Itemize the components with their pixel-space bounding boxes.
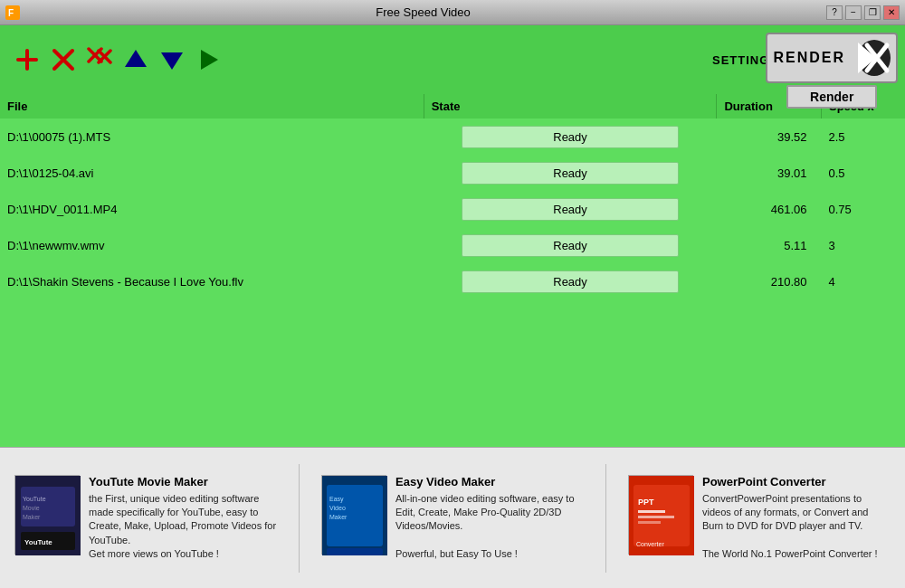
table-row[interactable]: D:\1\newwmv.wmvReady5.113 [0, 227, 905, 263]
col-header-state: State [424, 94, 717, 119]
cell-file: D:\1\newwmv.wmv [0, 227, 424, 263]
cell-duration: 461.06 [717, 191, 822, 227]
promo-text-easy: Easy Video Maker All-in-one video editin… [395, 475, 584, 562]
svg-marker-10 [125, 50, 147, 67]
table-row[interactable]: D:\1\0125-04.aviReady39.010.5 [0, 155, 905, 191]
cell-speed: 2.5 [821, 119, 905, 155]
minimize-button[interactable]: − [845, 5, 862, 20]
svg-text:YouTute: YouTute [23, 496, 46, 502]
cell-file: D:\1\Shakin Stevens - Because I Love You… [0, 263, 424, 299]
svg-text:Maker: Maker [329, 514, 348, 520]
svg-marker-11 [161, 52, 183, 70]
cell-state: Ready [424, 155, 717, 191]
clear-button[interactable] [83, 43, 116, 76]
toolbar: SETTINGS RENDER Render [0, 25, 905, 94]
app-icon: F [5, 5, 20, 20]
remove-button[interactable] [47, 43, 80, 76]
promo-desc-easy: All-in-one video editing software, easy … [395, 492, 584, 562]
window-title: Free Speed Video [20, 5, 826, 19]
state-badge: Ready [462, 126, 679, 148]
move-down-button[interactable] [156, 43, 188, 76]
promo-item-ppt: PPT Converter PowerPoint Converter Conve… [628, 475, 891, 562]
cell-state: Ready [424, 263, 717, 299]
close-button[interactable]: ✕ [883, 5, 900, 20]
cell-file: D:\1\HDV_0011.MP4 [0, 191, 424, 227]
promo-divider-1 [299, 464, 300, 573]
svg-text:Converter: Converter [636, 541, 664, 547]
add-button[interactable] [11, 43, 43, 76]
cell-speed: 4 [821, 263, 905, 299]
promo-panel: YouTute Movie Maker YouTute YouTute Movi… [0, 447, 905, 588]
promo-thumb-youtube: YouTute Movie Maker YouTute [14, 475, 80, 555]
promo-item-youtube: YouTute Movie Maker YouTute YouTute Movi… [14, 475, 277, 562]
move-up-button[interactable] [119, 43, 152, 76]
state-badge: Ready [462, 198, 679, 221]
render-logo-icon [847, 38, 891, 78]
cell-file: D:\1\0125-04.avi [0, 155, 424, 191]
svg-text:Maker: Maker [23, 514, 41, 520]
svg-text:F: F [8, 8, 14, 18]
file-table: File State Duration Speed x D:\1\00075 (… [0, 94, 905, 299]
promo-desc-youtube: the First, unique video editing software… [89, 492, 277, 562]
svg-text:YouTute: YouTute [24, 538, 52, 546]
render-button[interactable]: Render [786, 85, 877, 109]
cell-file: D:\1\00075 (1).MTS [0, 119, 424, 155]
promo-divider-2 [605, 464, 606, 573]
state-badge: Ready [462, 234, 679, 257]
cell-state: Ready [424, 227, 717, 263]
svg-text:Video: Video [329, 505, 346, 511]
svg-marker-12 [201, 50, 218, 70]
title-bar: F Free Speed Video ? − ❐ ✕ [0, 0, 905, 25]
table-row[interactable]: D:\1\HDV_0011.MP4Ready461.060.75 [0, 191, 905, 227]
window-controls: ? − ❐ ✕ [826, 5, 900, 20]
promo-title-youtube: YouTute Movie Maker [89, 475, 277, 488]
svg-text:Movie: Movie [23, 505, 40, 511]
cell-speed: 3 [821, 227, 905, 263]
svg-rect-35 [638, 521, 661, 524]
svg-rect-33 [638, 510, 665, 513]
svg-rect-34 [638, 516, 674, 518]
promo-desc-ppt: ConvertPowerPoint presentations to video… [702, 492, 891, 562]
cell-speed: 0.75 [821, 191, 905, 227]
svg-text:Easy: Easy [329, 496, 344, 503]
promo-title-ppt: PowerPoint Converter [702, 475, 891, 488]
state-badge: Ready [462, 162, 679, 185]
help-button[interactable]: ? [826, 5, 843, 20]
cell-state: Ready [424, 191, 717, 227]
cell-duration: 210.80 [717, 263, 822, 299]
promo-text-youtube: YouTute Movie Maker the First, unique vi… [89, 475, 277, 562]
cell-speed: 0.5 [821, 155, 905, 191]
table-row[interactable]: D:\1\Shakin Stevens - Because I Love You… [0, 263, 905, 299]
play-button[interactable] [192, 43, 224, 76]
col-header-file: File [0, 94, 424, 119]
promo-item-easy: Easy Video Maker Easy Video Maker All-in… [321, 475, 584, 562]
render-logo-button[interactable]: RENDER [766, 33, 898, 83]
cell-duration: 39.52 [717, 119, 822, 155]
promo-text-ppt: PowerPoint Converter ConvertPowerPoint p… [702, 475, 891, 562]
table-row[interactable]: D:\1\00075 (1).MTSReady39.522.5 [0, 119, 905, 155]
file-table-area: File State Duration Speed x D:\1\00075 (… [0, 94, 905, 447]
svg-rect-29 [327, 548, 383, 555]
svg-text:PPT: PPT [638, 498, 654, 507]
promo-thumb-easy: Easy Video Maker [321, 475, 386, 555]
promo-thumb-ppt: PPT Converter [628, 475, 693, 555]
cell-state: Ready [424, 119, 717, 155]
promo-title-easy: Easy Video Maker [395, 475, 584, 488]
cell-duration: 39.01 [717, 155, 822, 191]
restore-button[interactable]: ❐ [864, 5, 881, 20]
render-label: RENDER [773, 50, 845, 66]
state-badge: Ready [462, 270, 679, 293]
cell-duration: 5.11 [717, 227, 822, 263]
